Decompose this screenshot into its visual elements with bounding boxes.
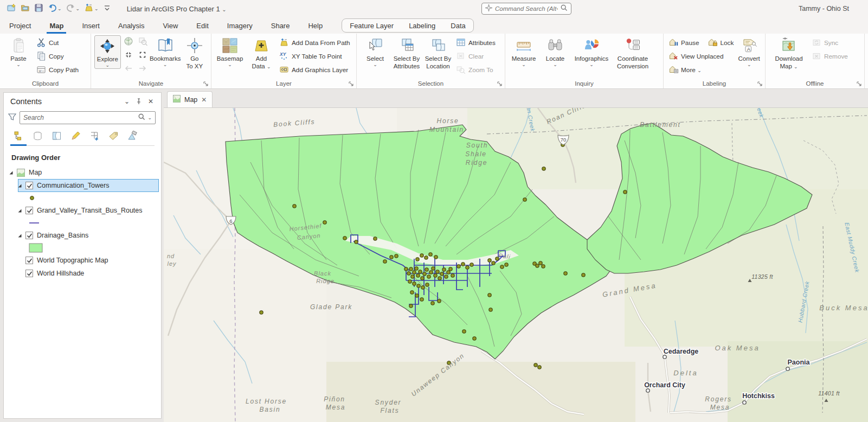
communication-tower-point[interactable] (416, 274, 420, 277)
select-by-attributes-button[interactable]: Select ByAttributes (391, 35, 422, 72)
communication-tower-point[interactable] (445, 275, 448, 278)
measure-button[interactable]: Measure⌄ (509, 35, 539, 68)
communication-tower-point[interactable] (423, 272, 426, 276)
communication-tower-point[interactable] (425, 256, 428, 259)
communication-tower-point[interactable] (420, 254, 423, 257)
communication-tower-point[interactable] (440, 272, 443, 276)
communication-tower-point[interactable] (355, 240, 358, 244)
communication-tower-point[interactable] (462, 330, 466, 333)
communication-tower-point[interactable] (473, 337, 476, 340)
ribbon-tab-imagery[interactable]: Imagery (218, 17, 262, 34)
dialog-launcher-icon[interactable] (348, 81, 355, 87)
communication-tower-point[interactable] (417, 284, 420, 287)
communication-tower-point[interactable] (434, 274, 437, 277)
full-extent-button[interactable] (124, 36, 133, 48)
lock-button[interactable]: Lock (706, 37, 735, 48)
pause-button[interactable]: Pause (667, 37, 700, 48)
account-name[interactable]: Tammy - Ohio St (799, 0, 868, 17)
map-view-tab[interactable]: Map ✕ (167, 91, 213, 107)
communication-tower-point[interactable] (383, 260, 387, 263)
add-graphics-layer-button[interactable]: Add Graphics Layer (278, 65, 352, 75)
layer-checkbox[interactable] (25, 207, 33, 214)
communication-tower-point[interactable] (395, 254, 398, 258)
contextual-tab-labeling[interactable]: Labeling (401, 19, 443, 32)
communication-tower-point[interactable] (500, 265, 504, 268)
go-to-xy-button[interactable]: GoTo XY (182, 35, 208, 72)
communication-tower-point[interactable] (415, 294, 419, 297)
communication-tower-point[interactable] (466, 266, 469, 269)
communication-tower-point[interactable] (488, 259, 491, 262)
communication-tower-point[interactable] (438, 277, 441, 280)
add-data-button[interactable]: AddData ⌄ (246, 35, 277, 72)
communication-tower-point[interactable] (429, 271, 433, 274)
communication-tower-point[interactable] (523, 198, 526, 201)
contents-tab-imagery[interactable] (125, 130, 139, 144)
contents-search-input[interactable]: Search ⌄ (20, 111, 156, 124)
more-button[interactable]: More ⌄ (667, 65, 703, 75)
undo-button[interactable]: ⌄ (46, 2, 63, 15)
contents-tab-data-source[interactable] (30, 130, 44, 144)
communication-tower-point[interactable] (421, 286, 425, 289)
communication-tower-point[interactable] (429, 253, 432, 256)
communication-tower-point[interactable] (390, 255, 393, 259)
command-search[interactable]: Command Search (Alt+Q) (481, 3, 571, 15)
communication-tower-point[interactable] (343, 236, 346, 240)
communication-tower-point[interactable] (505, 263, 508, 266)
layer-symbol-line[interactable] (4, 217, 161, 229)
add-data-button[interactable]: ⌄ (82, 2, 100, 15)
save-project-button[interactable] (33, 2, 45, 15)
add-data-from-path-button[interactable]: Add Data From Path (278, 37, 352, 48)
contents-tab-snapping[interactable] (87, 130, 101, 144)
new-project-button[interactable] (5, 2, 18, 15)
layer-symbol-polygon[interactable] (4, 242, 161, 254)
locate-button[interactable]: Locate⌄ (540, 35, 570, 68)
download-map-button[interactable]: DownloadMap ⌄ (769, 35, 809, 72)
ribbon-tab-project[interactable]: Project (0, 17, 40, 34)
ribbon-tab-analysis[interactable]: Analysis (109, 17, 153, 34)
communication-tower-point[interactable] (438, 299, 441, 303)
contextual-tab-feature-layer[interactable]: Feature Layer (342, 19, 401, 32)
project-title[interactable]: Lidar in ArcGIS Pro Chapter 1 ⌄ (127, 5, 227, 13)
communication-tower-point[interactable] (260, 311, 263, 314)
communication-tower-point[interactable] (451, 274, 454, 277)
convert-button[interactable]: AConvert⌄ (736, 35, 762, 68)
expander-icon[interactable] (8, 170, 14, 175)
contents-tab-labeling[interactable] (106, 130, 120, 144)
ribbon-tab-map[interactable]: Map (40, 17, 73, 34)
filter-icon[interactable] (8, 113, 16, 123)
close-icon[interactable]: ✕ (145, 95, 157, 107)
communication-tower-point[interactable] (538, 366, 541, 369)
infographics-button[interactable]: Infographics⌄ (571, 35, 612, 68)
communication-tower-point[interactable] (457, 265, 460, 268)
redo-button[interactable]: ⌄ (65, 2, 82, 15)
copy-button[interactable]: Copy (35, 51, 80, 62)
communication-tower-point[interactable] (432, 267, 435, 270)
pin-icon[interactable] (133, 95, 145, 107)
communication-tower-point[interactable] (436, 270, 439, 273)
customize-quick-access-button[interactable] (101, 2, 113, 15)
layer-row-drainage_basins[interactable]: Drainage_Basins (4, 229, 161, 242)
communication-tower-point[interactable] (409, 304, 413, 308)
contextual-tab-data[interactable]: Data (443, 19, 473, 32)
communication-tower-point[interactable] (582, 273, 585, 277)
communication-tower-point[interactable] (408, 280, 412, 283)
attributes-button[interactable]: Attributes (454, 37, 497, 48)
ribbon-tab-edit[interactable]: Edit (187, 17, 217, 34)
communication-tower-point[interactable] (419, 270, 422, 273)
ribbon-tab-share[interactable]: Share (262, 17, 299, 34)
expander-icon[interactable] (17, 233, 22, 238)
dialog-launcher-icon[interactable] (497, 81, 503, 87)
communication-tower-point[interactable] (536, 264, 539, 267)
contents-tab-editing[interactable] (68, 130, 82, 144)
ribbon-tab-insert[interactable]: Insert (73, 17, 109, 34)
communication-tower-point[interactable] (413, 271, 416, 274)
layer-row-communication_towers[interactable]: Communication_Towers (4, 179, 161, 192)
fixed-zoom-out-button[interactable] (138, 50, 147, 62)
communication-tower-point[interactable] (431, 302, 434, 305)
layer-row-world-topographic-map[interactable]: World Topographic Map (4, 254, 161, 267)
communication-tower-point[interactable] (407, 272, 410, 275)
paste-button[interactable]: Paste⌄ (3, 35, 34, 68)
communication-tower-point[interactable] (425, 268, 428, 271)
communication-tower-point[interactable] (623, 190, 627, 194)
communication-tower-point[interactable] (449, 267, 452, 271)
